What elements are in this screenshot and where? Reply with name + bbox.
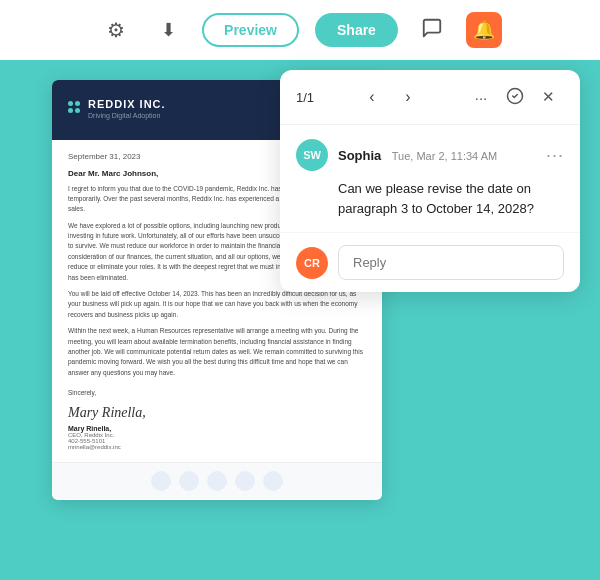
reply-input[interactable] (338, 245, 564, 280)
more-icon: ··· (475, 89, 488, 106)
logo-dots (68, 101, 80, 113)
chevron-left-icon: ‹ (369, 88, 374, 106)
bell-icon: 🔔 (473, 19, 495, 41)
page-indicator: 1/1 (296, 90, 314, 105)
letter-footer-decoration (52, 462, 382, 499)
signer-email: mrinella@reddix.inc (68, 444, 366, 450)
settings-button[interactable]: ⚙ (98, 12, 134, 48)
logo-text-block: REDDIX INC. Driving Digital Adoption (88, 94, 166, 119)
download-button[interactable]: ⬇ (150, 12, 186, 48)
deco-circle (151, 471, 171, 491)
close-icon: ✕ (542, 88, 555, 106)
closing: Sincerely, (68, 388, 366, 398)
message-text: Can we please revise the date on paragra… (296, 179, 564, 218)
share-button[interactable]: Share (315, 13, 398, 47)
signer-name: Mary Rinella, (68, 425, 366, 432)
message-more-button[interactable]: ··· (546, 145, 564, 166)
chat-button[interactable] (414, 12, 450, 48)
panel-header: 1/1 ‹ › ··· ✕ (280, 70, 580, 125)
deco-circle (207, 471, 227, 491)
toolbar: ⚙ ⬇ Preview Share 🔔 (0, 0, 600, 60)
logo-dot (75, 101, 80, 106)
reply-area: CR (280, 233, 580, 292)
settings-icon: ⚙ (107, 18, 125, 42)
message-meta: Sophia Tue, Mar 2, 11:34 AM (338, 146, 536, 164)
next-page-button[interactable]: › (394, 83, 422, 111)
signature-handwriting: Mary Rinella, (68, 405, 366, 421)
download-icon: ⬇ (161, 19, 176, 41)
preview-button[interactable]: Preview (202, 13, 299, 47)
main-content: REDDIX INC. Driving Digital Adoption Mar… (0, 60, 600, 580)
reply-avatar: CR (296, 247, 328, 279)
panel-actions: ··· ✕ (466, 82, 564, 112)
deco-circle (235, 471, 255, 491)
comment-panel: 1/1 ‹ › ··· ✕ (280, 70, 580, 292)
logo-dot (68, 101, 73, 106)
company-logo: REDDIX INC. Driving Digital Adoption (68, 94, 166, 119)
letter-signature: Sincerely, Mary Rinella, Mary Rinella, C… (68, 388, 366, 449)
message-header: SW Sophia Tue, Mar 2, 11:34 AM ··· (296, 139, 564, 171)
close-button[interactable]: ✕ (534, 82, 564, 112)
chat-icon (421, 17, 443, 44)
check-button[interactable] (500, 82, 530, 112)
letter-paragraph-3: You will be laid off effective October 1… (68, 289, 366, 320)
more-options-button[interactable]: ··· (466, 82, 496, 112)
deco-circle (179, 471, 199, 491)
message-sender: Sophia (338, 148, 381, 163)
logo-dot (68, 108, 73, 113)
message-time: Tue, Mar 2, 11:34 AM (392, 150, 497, 162)
logo-dot (75, 108, 80, 113)
chevron-right-icon: › (405, 88, 410, 106)
check-icon (506, 87, 524, 108)
notification-button[interactable]: 🔔 (466, 12, 502, 48)
message-item: SW Sophia Tue, Mar 2, 11:34 AM ··· Can w… (280, 125, 580, 233)
sender-avatar: SW (296, 139, 328, 171)
sender-avatar-initials: SW (303, 149, 321, 161)
letter-paragraph-4: Within the next week, a Human Resources … (68, 326, 366, 378)
company-tagline: Driving Digital Adoption (88, 112, 166, 119)
deco-circle (263, 471, 283, 491)
prev-page-button[interactable]: ‹ (358, 83, 386, 111)
company-name: REDDIX INC. (88, 98, 166, 110)
reply-avatar-initials: CR (304, 257, 320, 269)
